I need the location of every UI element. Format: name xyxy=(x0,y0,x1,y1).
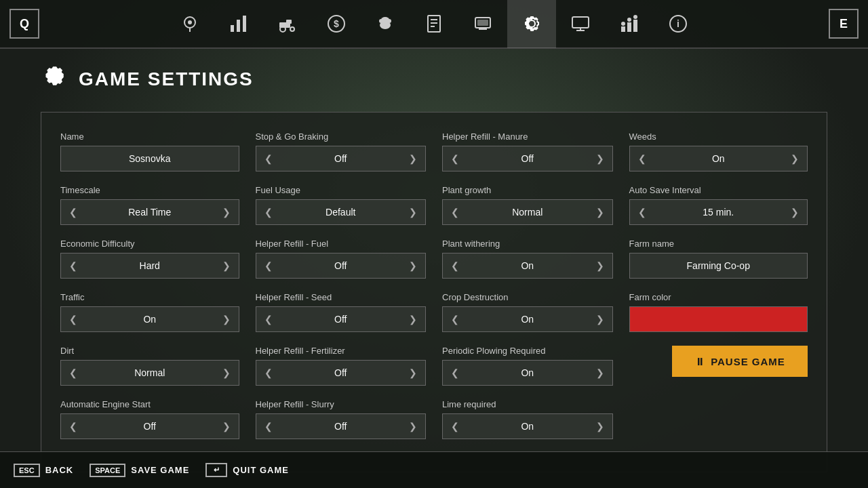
setting-auto-engine-control: ❮ Off ❯ xyxy=(60,413,239,439)
svg-point-1 xyxy=(188,20,192,24)
weeds-prev-button[interactable]: ❮ xyxy=(630,146,654,171)
lime-required-next-button[interactable]: ❯ xyxy=(588,413,612,439)
setting-plant-growth-control: ❮ Normal ❯ xyxy=(442,199,613,225)
economic-difficulty-value: Hard xyxy=(85,260,214,271)
setting-timescale-control: ❮ Real Time ❯ xyxy=(60,199,239,225)
pause-btn-container: ⏸ PAUSE GAME xyxy=(629,346,808,377)
helper-refill-manure-prev-button[interactable]: ❮ xyxy=(443,146,467,171)
setting-farm-name-label: Farm name xyxy=(629,239,808,249)
helper-refill-seed-next-button[interactable]: ❯ xyxy=(401,306,425,332)
nav-multiplayer-icon[interactable] xyxy=(458,0,507,48)
setting-weeds-label: Weeds xyxy=(629,131,808,142)
helper-refill-slurry-prev-button[interactable]: ❮ xyxy=(256,413,281,439)
weeds-value: On xyxy=(654,153,783,164)
settings-column-1: Name Sosnovka Timescale ❮ Real Time ❯ Ec… xyxy=(60,131,248,453)
stop-go-braking-prev-button[interactable]: ❮ xyxy=(256,146,281,171)
page-title: GAME SETTINGS xyxy=(79,68,254,90)
periodic-plowing-prev-button[interactable]: ❮ xyxy=(443,360,467,386)
economic-difficulty-next-button[interactable]: ❯ xyxy=(214,253,239,279)
nav-help-icon[interactable]: i xyxy=(654,0,703,48)
traffic-next-button[interactable]: ❯ xyxy=(214,306,239,332)
svg-rect-4 xyxy=(243,16,246,32)
setting-helper-refill-slurry-label: Helper Refill - Slurry xyxy=(256,399,427,409)
periodic-plowing-value: On xyxy=(467,367,588,378)
helper-refill-slurry-next-button[interactable]: ❯ xyxy=(401,413,425,439)
back-action[interactable]: ESC BACK xyxy=(14,464,73,477)
setting-helper-refill-manure: Helper Refill - Manure ❮ Off ❯ xyxy=(442,131,613,171)
setting-periodic-plowing: Periodic Plowing Required ❮ On ❯ xyxy=(442,346,613,386)
setting-helper-refill-fuel-control: ❮ Off ❯ xyxy=(256,253,427,279)
plant-withering-next-button[interactable]: ❯ xyxy=(588,253,612,279)
plant-withering-prev-button[interactable]: ❮ xyxy=(443,253,467,279)
helper-refill-manure-next-button[interactable]: ❯ xyxy=(588,146,612,171)
plant-growth-prev-button[interactable]: ❮ xyxy=(443,199,467,225)
economic-difficulty-prev-button[interactable]: ❮ xyxy=(61,253,85,279)
auto-engine-prev-button[interactable]: ❮ xyxy=(61,413,85,439)
plant-growth-value: Normal xyxy=(467,207,588,218)
svg-rect-2 xyxy=(231,25,234,32)
setting-farm-name-control: Farming Co-op xyxy=(629,253,808,279)
timescale-next-button[interactable]: ❯ xyxy=(214,199,239,225)
nav-stats-icon[interactable] xyxy=(214,0,263,48)
crop-destruction-next-button[interactable]: ❯ xyxy=(588,306,612,332)
stop-go-braking-next-button[interactable]: ❯ xyxy=(401,146,425,171)
setting-helper-refill-slurry: Helper Refill - Slurry ❮ Off ❯ xyxy=(256,399,427,439)
helper-refill-fertilizer-prev-button[interactable]: ❮ xyxy=(256,360,281,386)
setting-plant-growth-label: Plant growth xyxy=(442,185,613,195)
setting-periodic-plowing-label: Periodic Plowing Required xyxy=(442,346,613,356)
setting-stop-go-braking: Stop & Go Braking ❮ Off ❯ xyxy=(256,131,427,171)
fuel-usage-next-button[interactable]: ❯ xyxy=(401,199,425,225)
nav-right: E xyxy=(819,0,868,48)
pause-game-button[interactable]: ⏸ PAUSE GAME xyxy=(672,346,808,377)
lime-required-value: On xyxy=(467,421,588,432)
e-button[interactable]: E xyxy=(829,9,859,39)
traffic-prev-button[interactable]: ❮ xyxy=(61,306,85,332)
auto-save-interval-prev-button[interactable]: ❮ xyxy=(630,199,654,225)
setting-dirt-label: Dirt xyxy=(60,346,239,356)
nav-icons: $ i xyxy=(165,0,703,48)
lime-required-prev-button[interactable]: ❮ xyxy=(443,413,467,439)
helper-refill-fuel-prev-button[interactable]: ❮ xyxy=(256,253,281,279)
nav-map-icon[interactable] xyxy=(165,0,214,48)
setting-fuel-usage-control: ❮ Default ❯ xyxy=(256,199,427,225)
nav-settings-icon[interactable] xyxy=(507,0,556,48)
nav-contracts-icon[interactable] xyxy=(410,0,458,48)
fuel-usage-prev-button[interactable]: ❮ xyxy=(256,199,281,225)
setting-crop-destruction-control: ❮ On ❯ xyxy=(442,306,613,332)
setting-crop-destruction-label: Crop Destruction xyxy=(442,292,613,302)
q-button[interactable]: Q xyxy=(9,9,39,39)
setting-plant-growth: Plant growth ❮ Normal ❯ xyxy=(442,185,613,225)
plant-growth-next-button[interactable]: ❯ xyxy=(588,199,612,225)
setting-auto-save-interval-label: Auto Save Interval xyxy=(629,185,808,195)
dirt-prev-button[interactable]: ❮ xyxy=(61,360,85,386)
setting-economic-difficulty: Economic Difficulty ❮ Hard ❯ xyxy=(60,239,239,279)
crop-destruction-prev-button[interactable]: ❮ xyxy=(443,306,467,332)
auto-save-interval-next-button[interactable]: ❯ xyxy=(783,199,807,225)
setting-name-value: Sosnovka xyxy=(61,153,239,164)
auto-engine-next-button[interactable]: ❯ xyxy=(214,413,239,439)
setting-auto-save-interval: Auto Save Interval ❮ 15 min. ❯ xyxy=(629,185,808,225)
nav-finance-icon[interactable]: $ xyxy=(312,0,361,48)
settings-panel: Name Sosnovka Timescale ❮ Real Time ❯ Ec… xyxy=(41,112,827,472)
weeds-next-button[interactable]: ❯ xyxy=(783,146,807,171)
save-game-action[interactable]: SPACE SAVE GAME xyxy=(90,464,189,477)
nav-leaderboard-icon[interactable] xyxy=(605,0,654,48)
quit-game-action[interactable]: ↵ QUIT GAME xyxy=(205,463,289,477)
nav-animals-icon[interactable] xyxy=(361,0,410,48)
setting-helper-refill-manure-label: Helper Refill - Manure xyxy=(442,131,613,142)
nav-display-icon[interactable] xyxy=(556,0,605,48)
setting-traffic: Traffic ❮ On ❯ xyxy=(60,292,239,332)
dirt-next-button[interactable]: ❯ xyxy=(214,360,239,386)
timescale-prev-button[interactable]: ❮ xyxy=(61,199,85,225)
helper-refill-fertilizer-next-button[interactable]: ❯ xyxy=(401,360,425,386)
helper-refill-fuel-next-button[interactable]: ❯ xyxy=(401,253,425,279)
svg-rect-20 xyxy=(477,20,488,26)
periodic-plowing-next-button[interactable]: ❯ xyxy=(588,360,612,386)
svg-point-30 xyxy=(627,18,631,22)
helper-refill-seed-prev-button[interactable]: ❮ xyxy=(256,306,281,332)
setting-helper-refill-fuel: Helper Refill - Fuel ❮ Off ❯ xyxy=(256,239,427,279)
setting-name-label: Name xyxy=(60,131,239,142)
farm-color-swatch[interactable] xyxy=(629,306,808,332)
setting-periodic-plowing-control: ❮ On ❯ xyxy=(442,360,613,386)
nav-vehicle-icon[interactable] xyxy=(263,0,312,48)
